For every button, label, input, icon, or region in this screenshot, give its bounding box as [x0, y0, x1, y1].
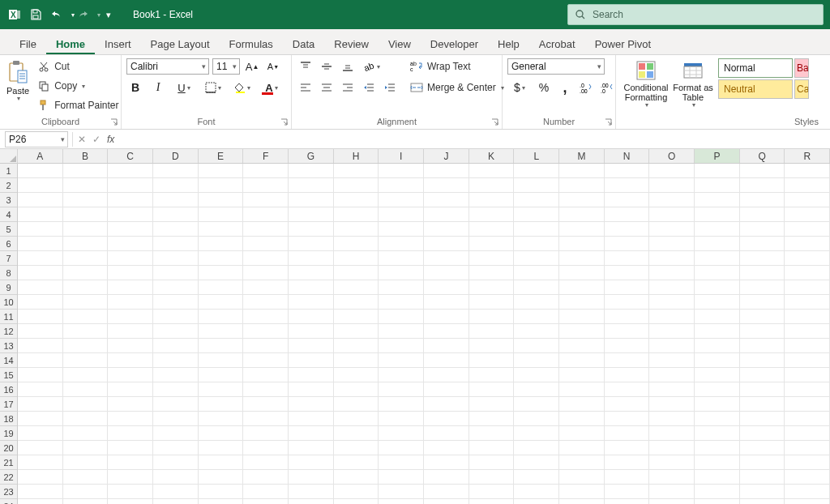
cell-O10[interactable]: [649, 295, 695, 310]
column-header-G[interactable]: G: [289, 149, 334, 163]
row-header-21[interactable]: 21: [0, 455, 17, 470]
cell-B8[interactable]: [63, 266, 109, 280]
cell-B1[interactable]: [63, 164, 109, 178]
cell-E7[interactable]: [199, 251, 244, 266]
select-all-corner[interactable]: [0, 149, 18, 164]
column-header-R[interactable]: R: [785, 149, 830, 163]
cell-G18[interactable]: [289, 412, 334, 426]
cell-K12[interactable]: [469, 324, 515, 339]
bold-button[interactable]: B: [126, 79, 144, 96]
row-header-17[interactable]: 17: [0, 397, 17, 412]
row-header-24[interactable]: 24: [0, 499, 17, 504]
formula-input[interactable]: [118, 131, 830, 147]
cell-A24[interactable]: [18, 499, 63, 504]
dialog-launcher-icon[interactable]: [280, 117, 289, 127]
cell-N4[interactable]: [605, 207, 650, 222]
cell-N8[interactable]: [605, 266, 650, 280]
cell-D10[interactable]: [153, 295, 199, 310]
cell-M17[interactable]: [559, 397, 605, 412]
cell-R9[interactable]: [785, 280, 830, 295]
cell-L5[interactable]: [514, 222, 559, 237]
cell-P6[interactable]: [695, 237, 740, 251]
cell-F13[interactable]: [243, 339, 289, 353]
cell-Q2[interactable]: [740, 178, 785, 193]
cell-A4[interactable]: [18, 207, 63, 222]
cell-L7[interactable]: [514, 251, 559, 266]
cell-Q6[interactable]: [740, 237, 785, 251]
column-header-M[interactable]: M: [559, 149, 605, 163]
cell-Q23[interactable]: [740, 485, 785, 499]
cell-G6[interactable]: [289, 237, 334, 251]
redo-icon[interactable]: [75, 6, 91, 23]
undo-icon[interactable]: [49, 6, 65, 23]
style-bad[interactable]: Ba: [794, 58, 809, 78]
cell-E3[interactable]: [199, 193, 244, 207]
row-header-16[interactable]: 16: [0, 382, 17, 397]
cell-G20[interactable]: [289, 441, 334, 455]
cell-H18[interactable]: [334, 412, 379, 426]
cell-D4[interactable]: [153, 207, 199, 222]
cell-Q9[interactable]: [740, 280, 785, 295]
cell-E21[interactable]: [199, 455, 244, 470]
cell-M9[interactable]: [559, 280, 605, 295]
cell-L1[interactable]: [514, 164, 559, 178]
cell-O8[interactable]: [649, 266, 695, 280]
increase-indent-icon[interactable]: [381, 79, 399, 96]
cell-B18[interactable]: [63, 412, 109, 426]
cell-M8[interactable]: [559, 266, 605, 280]
cell-A22[interactable]: [18, 470, 63, 485]
cell-P15[interactable]: [695, 368, 740, 382]
cell-R19[interactable]: [785, 426, 830, 441]
cell-Q11[interactable]: [740, 310, 785, 324]
column-header-N[interactable]: N: [605, 149, 650, 163]
cell-A14[interactable]: [18, 353, 63, 368]
cell-G12[interactable]: [289, 324, 334, 339]
cell-Q20[interactable]: [740, 441, 785, 455]
cell-R5[interactable]: [785, 222, 830, 237]
font-name-select[interactable]: Calibri▾: [126, 58, 209, 75]
cell-R17[interactable]: [785, 397, 830, 412]
cell-B22[interactable]: [63, 470, 109, 485]
cell-Q10[interactable]: [740, 295, 785, 310]
style-normal[interactable]: Normal: [718, 58, 793, 78]
cell-J15[interactable]: [424, 368, 469, 382]
cell-G4[interactable]: [289, 207, 334, 222]
cell-Q17[interactable]: [740, 397, 785, 412]
cell-G3[interactable]: [289, 193, 334, 207]
cell-M21[interactable]: [559, 455, 605, 470]
cell-D18[interactable]: [153, 412, 199, 426]
cell-B7[interactable]: [63, 251, 109, 266]
cell-C7[interactable]: [108, 251, 153, 266]
cell-M13[interactable]: [559, 339, 605, 353]
cell-N5[interactable]: [605, 222, 650, 237]
cell-I2[interactable]: [379, 178, 424, 193]
paste-button[interactable]: Paste ▾: [5, 58, 31, 105]
cell-D1[interactable]: [153, 164, 199, 178]
cell-C6[interactable]: [108, 237, 153, 251]
cell-A1[interactable]: [18, 164, 63, 178]
cell-O15[interactable]: [649, 368, 695, 382]
orientation-icon[interactable]: ab▾: [360, 58, 384, 75]
cell-K13[interactable]: [469, 339, 515, 353]
cell-D23[interactable]: [153, 485, 199, 499]
cell-P13[interactable]: [695, 339, 740, 353]
cell-R24[interactable]: [785, 499, 830, 504]
cell-E17[interactable]: [199, 397, 244, 412]
cell-E14[interactable]: [199, 353, 244, 368]
merge-center-button[interactable]: Merge & Center ▾: [407, 79, 507, 96]
cell-F15[interactable]: [243, 368, 289, 382]
cell-O6[interactable]: [649, 237, 695, 251]
cell-K18[interactable]: [469, 412, 515, 426]
cell-R3[interactable]: [785, 193, 830, 207]
cell-K14[interactable]: [469, 353, 515, 368]
cell-J23[interactable]: [424, 485, 469, 499]
cell-H24[interactable]: [334, 499, 379, 504]
cell-F23[interactable]: [243, 485, 289, 499]
cell-B10[interactable]: [63, 295, 109, 310]
cell-O23[interactable]: [649, 485, 695, 499]
cell-I5[interactable]: [379, 222, 424, 237]
cell-N17[interactable]: [605, 397, 650, 412]
cell-L21[interactable]: [514, 455, 559, 470]
cell-B11[interactable]: [63, 310, 109, 324]
cell-D2[interactable]: [153, 178, 199, 193]
